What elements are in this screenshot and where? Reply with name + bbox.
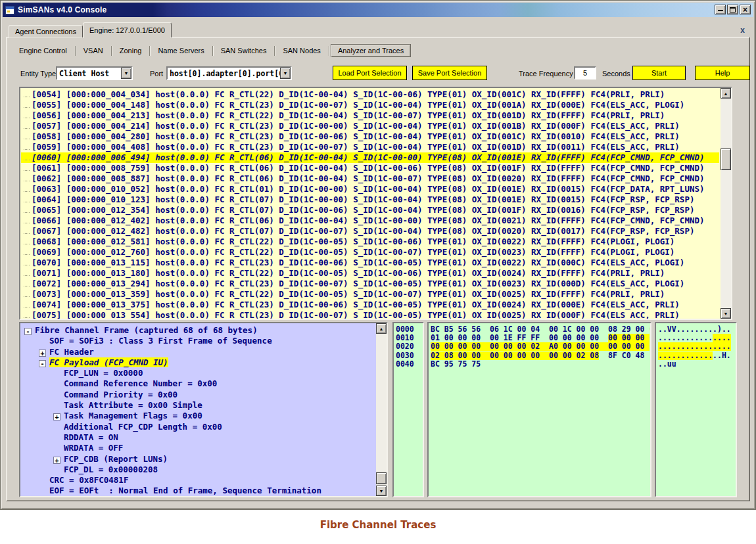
- expand-icon[interactable]: +: [39, 350, 46, 357]
- ascii-row: ..VV.........)..: [658, 325, 735, 334]
- entity-type-value: Client Host: [57, 69, 121, 78]
- trace-row[interactable]: [0065] [000:000_012_354] host(0.0.0) FC …: [21, 205, 719, 215]
- tree-node-label[interactable]: SOF = SOFi3 : Class 3 First Frame of Seq…: [49, 336, 272, 346]
- trace-row[interactable]: [0074] [000:000_013_375] host(0.0.0) FC …: [21, 300, 719, 310]
- trace-row[interactable]: [0058] [000:000_004_280] host(0.0.0) FC …: [21, 131, 719, 142]
- tree-node-label[interactable]: FCP_DL = 0x00000208: [64, 465, 158, 474]
- trace-row[interactable]: [0057] [000:000_004_214] host(0.0.0) FC …: [21, 121, 719, 131]
- scrollbar-thumb[interactable]: [376, 472, 387, 484]
- trace-row[interactable]: [0059] [000:000_004_408] host(0.0.0) FC …: [21, 142, 719, 152]
- minimize-button[interactable]: [715, 5, 726, 14]
- tree-node: FCP_DL = 0x00000208: [22, 465, 374, 475]
- tree-node-label[interactable]: FC Header: [49, 347, 94, 357]
- hex-offset: 0020: [396, 342, 422, 351]
- hex-bytes-row: 01 00 00 00 00 1E FF FF 00 00 00 00 00 0…: [431, 334, 650, 342]
- trace-row[interactable]: [0072] [000:000_013_294] host(0.0.0) FC …: [21, 279, 719, 289]
- help-button[interactable]: Help: [695, 66, 750, 80]
- entity-type-select[interactable]: Client Host ▼: [56, 66, 133, 80]
- tree-node-label[interactable]: EOF = EOFt : Normal End of Frame, Sequen…: [49, 486, 321, 495]
- trace-row[interactable]: [0055] [000:000_004_148] host(0.0.0) FC …: [21, 100, 719, 110]
- tree-node: Additional FCP_CDP Length = 0x00: [22, 422, 374, 432]
- entity-type-dropdown-button[interactable]: ▼: [121, 68, 131, 79]
- tab-separator: [111, 46, 112, 56]
- trace-row[interactable]: [0054] [000:000_004_034] host(0.0.0) FC …: [21, 89, 719, 100]
- expand-icon[interactable]: +: [53, 413, 60, 420]
- hex-bytes-panel: BC B5 56 56 06 1C 00 04 00 1C 00 00 08 2…: [427, 322, 651, 497]
- app-window: SimSANs v4.0 Console × Agent Connections…: [0, 0, 756, 510]
- tab-separator: [274, 46, 275, 56]
- save-port-selection-button[interactable]: Save Port Selection: [412, 66, 487, 80]
- tree-node: FCP_LUN = 0x0000: [22, 368, 374, 378]
- maximize-button[interactable]: [727, 5, 738, 14]
- tab-engine-control[interactable]: Engine Control: [12, 45, 74, 57]
- tree-node-label[interactable]: Fibre Channel Frame (captured 68 of 68 b…: [35, 325, 258, 335]
- tree-node-label[interactable]: CRC = 0x8FC0481F: [49, 475, 128, 485]
- hex-bytes-row: BC 95 75 75: [431, 360, 650, 369]
- trace-scrollbar[interactable]: ▲ ▼: [721, 88, 731, 319]
- ascii-row-segment: ................: [658, 342, 731, 351]
- trace-row[interactable]: [0070] [000:000_013_115] host(0.0.0) FC …: [21, 258, 719, 268]
- tab-vsan[interactable]: VSAN: [77, 45, 110, 57]
- engine-subtab-bar: Engine ControlVSANZoningName ServersSAN …: [12, 43, 411, 58]
- close-button[interactable]: ×: [740, 5, 751, 14]
- tab-zoning[interactable]: Zoning: [113, 45, 149, 57]
- tree-node: Command Priority = 0x00: [22, 390, 374, 400]
- tree-scrollbar[interactable]: ▲ ▼: [376, 323, 387, 496]
- app-icon: [5, 6, 14, 14]
- trace-row[interactable]: [0066] [000:000_012_402] host(0.0.0) FC …: [21, 215, 719, 226]
- hex-bytes-row: BC B5 56 56 06 1C 00 04 00 1C 00 00 08 2…: [431, 325, 650, 334]
- scroll-down-button[interactable]: ▼: [376, 486, 387, 496]
- tree-node-label[interactable]: Command Priority = 0x00: [64, 390, 177, 399]
- tree-node-label[interactable]: Command Reference Number = 0x00: [64, 378, 217, 388]
- tree-node-label[interactable]: RDDATA = ON: [64, 432, 118, 442]
- tab-san-switches[interactable]: SAN Switches: [214, 45, 273, 57]
- tree-node-label[interactable]: Task Management Flags = 0x00: [64, 411, 202, 420]
- tab-engine[interactable]: Engine: 127.0.0.1/E000: [83, 22, 172, 37]
- trace-row[interactable]: [0061] [000:000_008_759] host(0.0.0) FC …: [21, 163, 719, 173]
- trace-frequency-input[interactable]: [574, 66, 596, 79]
- chevron-down-icon: ▼: [124, 71, 129, 76]
- tree-node-label[interactable]: Additional FCP_CDP Length = 0x00: [64, 422, 222, 432]
- tree-node-label[interactable]: WRDATA = OFF: [64, 443, 123, 453]
- port-select[interactable]: host[0].adapter[0].port[0] ▼: [166, 66, 292, 80]
- tree-node-label[interactable]: FCP_CDB (Report LUNs): [64, 454, 168, 464]
- trace-row[interactable]: [0075] [000:000_013_554] host(0.0.0) FC …: [21, 310, 719, 319]
- ascii-row: ..uu: [658, 360, 735, 369]
- tree-node-label[interactable]: Task Attribute = 0x00 Simple: [64, 400, 202, 410]
- tab-separator: [212, 46, 213, 56]
- ascii-row-segment: ..uu: [658, 360, 676, 369]
- page-caption: Fibre Channel Traces: [0, 519, 756, 531]
- port-value: host[0].adapter[0].port[0]: [168, 69, 280, 78]
- scroll-down-button[interactable]: ▼: [721, 308, 731, 319]
- trace-row[interactable]: [0069] [000:000_012_760] host(0.0.0) FC …: [21, 247, 719, 258]
- start-button[interactable]: Start: [632, 66, 686, 80]
- title-bar[interactable]: SimSANs v4.0 Console ×: [3, 3, 753, 17]
- close-icon: ×: [743, 7, 747, 13]
- trace-row[interactable]: [0071] [000:000_013_180] host(0.0.0) FC …: [21, 268, 719, 279]
- trace-row[interactable]: [0063] [000:000_010_052] host(0.0.0) FC …: [21, 184, 719, 194]
- tab-san-nodes[interactable]: SAN Nodes: [276, 45, 327, 57]
- port-dropdown-button[interactable]: ▼: [280, 68, 291, 79]
- trace-row[interactable]: [0056] [000:000_004_213] host(0.0.0) FC …: [21, 110, 719, 121]
- tree-node-label[interactable]: FC Payload (FCP_CMND IU): [49, 357, 168, 367]
- trace-row[interactable]: [0068] [000:000_012_581] host(0.0.0) FC …: [21, 237, 719, 247]
- tab-analyzer-and-traces[interactable]: Analyzer and Traces: [331, 44, 411, 57]
- tab-name-servers[interactable]: Name Servers: [151, 45, 210, 57]
- trace-frequency-label: Trace Frequency: [519, 70, 573, 78]
- tree-node-label[interactable]: FCP_LUN = 0x0000: [64, 368, 143, 378]
- tab-agent-connections[interactable]: Agent Connections: [9, 25, 83, 37]
- collapse-icon[interactable]: -: [39, 360, 46, 367]
- scrollbar-thumb[interactable]: [721, 148, 731, 170]
- trace-row[interactable]: [0064] [000:000_010_123] host(0.0.0) FC …: [21, 194, 719, 205]
- trace-row[interactable]: [0062] [000:000_008_887] host(0.0.0) FC …: [21, 173, 719, 184]
- scroll-up-button[interactable]: ▲: [376, 323, 387, 334]
- trace-row[interactable]: [0073] [000:000_013_359] host(0.0.0) FC …: [21, 289, 719, 300]
- scroll-up-button[interactable]: ▲: [721, 88, 731, 99]
- trace-row[interactable]: [0067] [000:000_012_482] host(0.0.0) FC …: [21, 226, 719, 237]
- trace-row[interactable]: [0060] [000:000_006_494] host(0.0.0) FC …: [21, 152, 719, 163]
- collapse-icon[interactable]: -: [24, 328, 32, 335]
- expand-icon[interactable]: +: [53, 457, 60, 464]
- tab-separator: [75, 46, 76, 56]
- load-port-selection-button[interactable]: Load Port Selection: [333, 66, 407, 80]
- tab-close-button[interactable]: x: [740, 27, 745, 34]
